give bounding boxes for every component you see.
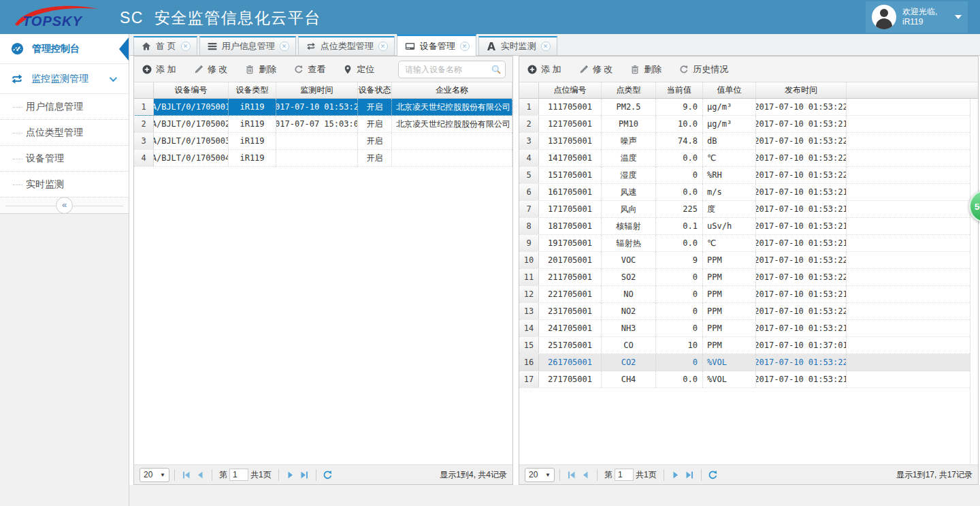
- table-row[interactable]: 1111705001PM2.59.0μg/m³2017-07-10 01:53:…: [519, 99, 970, 116]
- dashboard-gauge-icon: [11, 42, 24, 55]
- row-number-cell: 4: [519, 150, 539, 166]
- table-row[interactable]: 8181705001核辐射0.1uSv/h2017-07-10 01:53:21: [519, 218, 970, 235]
- table-row[interactable]: 12221705001NO0PPM2017-07-10 01:53:21: [519, 286, 970, 303]
- tab-realtime-monitor[interactable]: 实时监测 ✕: [478, 36, 557, 55]
- table-cell: 2017-07-10 01:53:22: [756, 303, 847, 319]
- tab-home[interactable]: 首 页 ✕: [133, 36, 197, 55]
- view-button[interactable]: 查看: [294, 63, 325, 76]
- table-cell: 261705001: [539, 354, 602, 370]
- device-toolbar: 添 加 修 改 删除 查看 定位: [134, 57, 512, 82]
- add-button[interactable]: 添 加: [142, 63, 176, 76]
- row-filler: [847, 371, 970, 388]
- pagination-bar: 20▼ 第 共1页 显示1到4, 共4记录: [134, 464, 512, 484]
- tab-close-icon[interactable]: ✕: [541, 42, 551, 51]
- grid-header-row: 点位编号点类型当前值值单位发布时间: [519, 82, 978, 99]
- column-header[interactable]: 设备状态: [358, 82, 392, 98]
- last-page-button[interactable]: [297, 468, 311, 481]
- add-button[interactable]: 添 加: [527, 63, 561, 76]
- column-header[interactable]: 设备编号: [154, 82, 229, 98]
- sidebar-item-point-type[interactable]: 点位类型管理: [0, 120, 129, 146]
- column-header[interactable]: 发布时间: [756, 82, 847, 98]
- table-row[interactable]: 6161705001风速0.0m/s2017-07-10 01:53:21: [519, 184, 970, 201]
- user-menu[interactable]: 欢迎光临, iR119: [866, 1, 968, 33]
- table-cell: 221705001: [539, 286, 602, 302]
- page-size-select[interactable]: 20▼: [525, 468, 555, 482]
- table-row[interactable]: 3131705001噪声74.8dB2017-07-10 01:53:22: [519, 133, 970, 150]
- sidebar-item-device-management[interactable]: 设备管理: [0, 146, 129, 172]
- table-cell: 风速: [602, 184, 656, 200]
- table-row[interactable]: 15251705001CO10PPM2017-07-10 01:37:01: [519, 337, 970, 354]
- tab-point-type[interactable]: 点位类型管理 ✕: [298, 36, 395, 55]
- search-input[interactable]: [398, 61, 506, 78]
- column-header[interactable]: 点类型: [602, 82, 656, 98]
- next-page-button[interactable]: [284, 468, 297, 481]
- last-page-button[interactable]: [683, 468, 696, 481]
- column-header[interactable]: 监测时间: [276, 82, 358, 98]
- page-number-input[interactable]: [615, 469, 634, 481]
- table-row[interactable]: 9191705001辐射热0.0℃2017-07-10 01:53:21: [519, 235, 970, 252]
- map-pin-icon: [343, 65, 353, 74]
- history-button[interactable]: 历史情况: [679, 63, 728, 76]
- column-header[interactable]: 点位编号: [539, 82, 602, 98]
- sidebar-item-monitor-management[interactable]: 监控监测管理: [0, 64, 129, 94]
- table-cell: 211705001: [539, 269, 602, 285]
- edit-button[interactable]: 修 改: [579, 63, 613, 76]
- edit-button[interactable]: 修 改: [194, 63, 228, 76]
- table-row[interactable]: 1A/BJLT/0/1705001iR1192017-07-10 01:53:2…: [134, 99, 512, 116]
- prev-page-button[interactable]: [193, 468, 207, 481]
- table-row[interactable]: 2121705001PM1010.0μg/m³2017-07-10 01:53:…: [519, 116, 970, 133]
- tab-close-icon[interactable]: ✕: [181, 42, 191, 51]
- collapse-sidebar-button[interactable]: «: [56, 197, 73, 214]
- row-number-cell: 15: [519, 337, 539, 353]
- tab-close-icon[interactable]: ✕: [280, 42, 289, 51]
- table-row[interactable]: 5151705001湿度0%RH2017-07-10 01:53:22: [519, 167, 970, 184]
- sidebar-item-user-info[interactable]: 用户信息管理: [0, 94, 129, 120]
- refresh-icon[interactable]: [321, 468, 335, 481]
- row-number-cell: 11: [519, 269, 539, 285]
- page-size-select[interactable]: 20▼: [140, 468, 169, 482]
- table-row[interactable]: 13231705001NO20PPM2017-07-10 01:53:22: [519, 303, 970, 320]
- row-filler: [847, 337, 970, 353]
- search-icon[interactable]: [491, 65, 501, 76]
- prev-page-button[interactable]: [578, 468, 592, 481]
- column-header[interactable]: 企业名称: [392, 82, 512, 98]
- first-page-button[interactable]: [180, 468, 193, 481]
- tab-device-management[interactable]: 设备管理 ✕: [397, 34, 476, 56]
- tab-close-icon[interactable]: ✕: [460, 42, 470, 51]
- table-row[interactable]: 4A/BJLT/0/1705004iR119开启: [134, 150, 512, 167]
- locate-button[interactable]: 定位: [343, 63, 374, 76]
- next-page-button[interactable]: [669, 468, 683, 481]
- delete-button[interactable]: 删除: [630, 63, 662, 76]
- delete-button[interactable]: 删除: [245, 63, 276, 76]
- page-number-input[interactable]: [229, 469, 248, 481]
- record-summary: 显示1到4, 共4记录: [440, 469, 507, 481]
- table-row[interactable]: 4141705001温度0.0℃2017-07-10 01:53:22: [519, 150, 970, 167]
- table-row[interactable]: 17271705001CH40.0%VOL2017-07-10 01:53:21: [519, 371, 970, 388]
- tab-user-info[interactable]: 用户信息管理 ✕: [199, 36, 296, 55]
- sidebar-item-realtime-monitor[interactable]: 实时监测: [0, 172, 129, 197]
- table-row[interactable]: 11211705001SO20PPM2017-07-10 01:53:22: [519, 269, 970, 286]
- table-row[interactable]: 14241705001NH30PPM2017-07-10 01:53:21: [519, 320, 970, 337]
- table-cell: 0.0: [656, 150, 703, 166]
- table-cell: [392, 150, 512, 166]
- table-row[interactable]: 10201705001VOC9PPM2017-07-10 01:53:22: [519, 252, 970, 269]
- sidebar-item-console[interactable]: 管理控制台: [0, 34, 129, 64]
- table-row[interactable]: 3A/BJLT/0/1705003iR119开启: [134, 133, 512, 150]
- loop-icon: [306, 42, 316, 51]
- history-icon: [679, 65, 689, 74]
- table-cell: 2017-07-10 01:37:01: [756, 337, 847, 353]
- tab-close-icon[interactable]: ✕: [378, 42, 388, 51]
- row-filler: [847, 235, 970, 251]
- column-header[interactable]: 设备类型: [229, 82, 276, 98]
- refresh-icon: [294, 65, 304, 74]
- first-page-button[interactable]: [565, 468, 578, 481]
- refresh-icon[interactable]: [706, 468, 720, 481]
- table-row[interactable]: 7171705001风向225度2017-07-10 01:53:21: [519, 201, 970, 218]
- table-row[interactable]: 16261705001CO20%VOL2017-07-10 01:53:22: [519, 354, 970, 371]
- table-row[interactable]: 2A/BJLT/0/1705002iR1192017-07-07 15:03:0…: [134, 116, 512, 133]
- column-header[interactable]: 值单位: [703, 82, 756, 98]
- column-header[interactable]: 当前值: [656, 82, 703, 98]
- point-table: 点位编号点类型当前值值单位发布时间1111705001PM2.59.0μg/m³…: [519, 82, 978, 464]
- table-cell: 0.0: [656, 371, 703, 388]
- topsky-logo[interactable]: TOPSKY: [11, 2, 113, 32]
